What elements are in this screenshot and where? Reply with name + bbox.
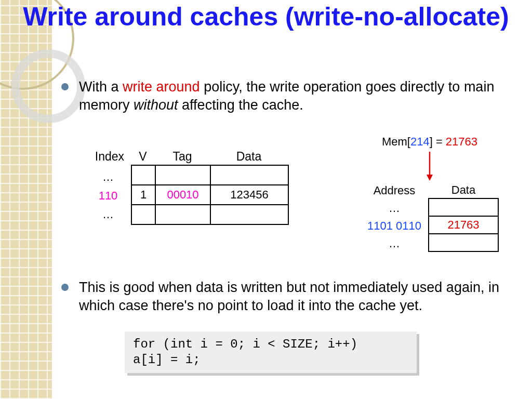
bullet1-ital: without [134, 97, 178, 113]
memory-block: Mem[214] = 21763 Address … 1101 0110 … D… [361, 135, 499, 252]
bullet-block-2: This is good when data is written but no… [57, 278, 520, 321]
cache-hdr-data: Data [210, 150, 288, 164]
bullet-2: This is good when data is written but no… [57, 278, 520, 315]
mem-addr-1: 1101 0110 [361, 217, 428, 235]
cache-grid: 1 00010 123456 [131, 165, 289, 225]
cache-row-main: 1 00010 123456 [131, 185, 288, 205]
cache-table: Index V Tag Data … 110 … 1 00010 123456 [88, 150, 289, 225]
mem-addr-2: … [361, 235, 428, 252]
cache-row-empty-bottom [131, 205, 288, 224]
bullet-1: With a write around policy, the write op… [57, 78, 520, 114]
memwrite-pre: Mem[ [382, 135, 410, 148]
bullet1-highlight: write around [123, 79, 200, 95]
cache-cell-tag: 00010 [155, 185, 210, 205]
memory-table: Address … 1101 0110 … Data 21763 [361, 183, 499, 252]
bullet-block-1: With a write around policy, the write op… [57, 78, 520, 121]
cache-hdr-v: V [131, 150, 155, 164]
diagram: Index V Tag Data … 110 … 1 00010 123456 [57, 135, 514, 270]
mem-hit-cell: 21763 [429, 216, 498, 234]
mem-row-0 [429, 198, 498, 216]
bullet1-post: affecting the cache. [178, 97, 303, 113]
memwrite-mid: ] = [430, 135, 446, 148]
cache-headers: Index V Tag Data [88, 150, 289, 164]
slide: Write around caches (write-no-allocate) … [0, 0, 532, 399]
memory-grid: Data 21763 [428, 183, 499, 252]
cache-hdr-tag: Tag [155, 150, 210, 164]
cache-hdr-index: Index [88, 150, 131, 164]
mem-row-2 [429, 234, 498, 251]
svg-marker-1 [427, 175, 433, 181]
arrow-down-icon [424, 151, 435, 181]
cache-idx-1: 110 [88, 187, 128, 205]
mem-addr-0: … [361, 200, 428, 217]
cache-cell-v: 1 [131, 185, 155, 205]
cache-cell-data: 123456 [210, 185, 288, 205]
mem-row-1: 21763 [429, 216, 498, 234]
cache-idx-2: … [88, 205, 128, 224]
code-box: for (int i = 0; i < SIZE; i++) a[i] = i; [125, 331, 417, 373]
cache-index-labels: … 110 … [88, 168, 128, 224]
mem-addr-hdr: Address [361, 182, 428, 200]
memory-addr-labels: Address … 1101 0110 … [361, 182, 428, 252]
mem-write-expr: Mem[214] = 21763 [361, 135, 499, 149]
mem-data-hdr: Data [429, 183, 498, 198]
memwrite-addr: 214 [410, 135, 430, 148]
memwrite-val: 21763 [446, 135, 477, 148]
bullet1-pre: With a [79, 79, 123, 95]
slide-title: Write around caches (write-no-allocate) [0, 0, 532, 31]
cache-row-empty-top [131, 165, 288, 185]
cache-idx-0: … [88, 168, 128, 187]
